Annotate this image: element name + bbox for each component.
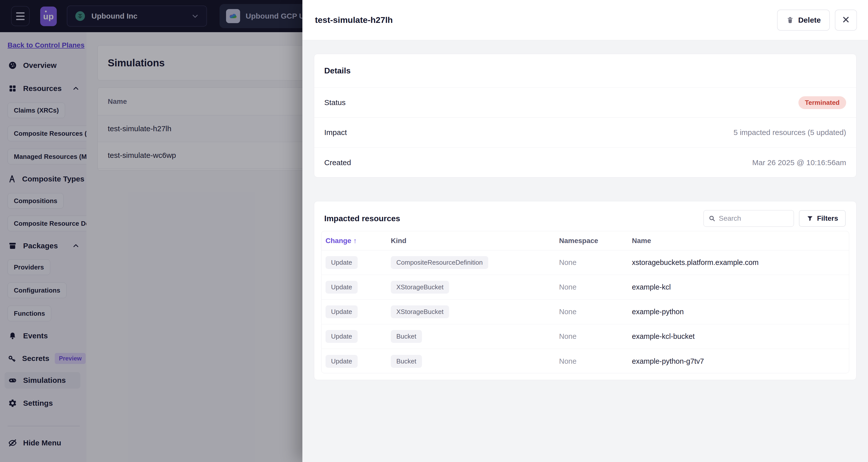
impact-row: Impact 5 impacted resources (5 updated) <box>314 118 856 148</box>
name-cell: example-python <box>632 308 849 316</box>
namespace-cell: None <box>559 258 632 267</box>
namespace-cell: None <box>559 283 632 291</box>
impacted-resources-title: Impacted resources <box>324 214 400 223</box>
column-header-name: Name <box>632 237 849 245</box>
name-cell: xstoragebuckets.platform.example.com <box>632 258 849 267</box>
change-chip: Update <box>326 256 358 269</box>
filter-funnel-icon <box>806 215 813 222</box>
table-row[interactable]: Update CompositeResourceDefinition None … <box>321 250 849 275</box>
kind-chip: XStorageBucket <box>391 306 449 318</box>
kind-chip: Bucket <box>391 330 422 343</box>
trash-icon <box>786 16 794 24</box>
impact-value: 5 impacted resources (5 updated) <box>733 128 846 137</box>
table-row[interactable]: Update Bucket None example-python-g7tv7 <box>321 349 849 373</box>
created-value: Mar 26 2025 @ 10:16:56am <box>752 158 846 167</box>
drawer-header: test-simulate-h27lh Delete <box>302 0 868 40</box>
change-chip: Update <box>326 306 358 318</box>
close-button[interactable] <box>835 9 857 31</box>
impact-label: Impact <box>324 128 347 137</box>
kind-chip: Bucket <box>391 355 422 368</box>
details-card: Details Status Terminated Impact 5 impac… <box>314 54 857 177</box>
table-row[interactable]: Update XStorageBucket None example-kcl <box>321 275 849 299</box>
created-row: Created Mar 26 2025 @ 10:16:56am <box>314 148 856 177</box>
column-header-namespace: Namespace <box>559 237 632 245</box>
column-header-change-sort[interactable]: Change ↑ <box>326 237 391 245</box>
table-header-row: Change ↑ Kind Namespace Name <box>321 231 849 250</box>
change-chip: Update <box>326 281 358 294</box>
drawer-title: test-simulate-h27lh <box>315 15 393 25</box>
impacted-resources-table: Change ↑ Kind Namespace Name Update Comp… <box>321 231 849 373</box>
status-badge: Terminated <box>799 96 846 109</box>
name-cell: example-python-g7tv7 <box>632 357 849 366</box>
status-row: Status Terminated <box>314 88 856 118</box>
delete-button[interactable]: Delete <box>777 9 830 31</box>
created-label: Created <box>324 158 351 167</box>
name-cell: example-kcl <box>632 283 849 291</box>
namespace-cell: None <box>559 357 632 366</box>
change-chip: Update <box>326 330 358 343</box>
drawer-body: Details Status Terminated Impact 5 impac… <box>302 40 868 462</box>
status-label: Status <box>324 98 346 107</box>
kind-chip: XStorageBucket <box>391 281 449 294</box>
filters-button[interactable]: Filters <box>799 210 846 227</box>
change-chip: Update <box>326 355 358 368</box>
search-input[interactable] <box>719 214 784 223</box>
details-title: Details <box>324 66 351 76</box>
search-icon <box>708 215 716 222</box>
table-row[interactable]: Update XStorageBucket None example-pytho… <box>321 299 849 324</box>
table-row[interactable]: Update Bucket None example-kcl-bucket <box>321 324 849 349</box>
filters-label: Filters <box>817 214 838 223</box>
delete-label: Delete <box>798 16 821 24</box>
simulation-detail-drawer: test-simulate-h27lh Delete <box>302 0 868 462</box>
column-header-kind: Kind <box>391 237 559 245</box>
kind-chip: CompositeResourceDefinition <box>391 256 488 269</box>
namespace-cell: None <box>559 332 632 341</box>
namespace-cell: None <box>559 308 632 316</box>
search-input-wrapper <box>704 210 794 227</box>
name-cell: example-kcl-bucket <box>632 332 849 341</box>
close-icon <box>841 15 850 25</box>
impacted-resources-card: Impacted resources <box>314 201 857 380</box>
sort-ascending-icon: ↑ <box>353 237 357 245</box>
